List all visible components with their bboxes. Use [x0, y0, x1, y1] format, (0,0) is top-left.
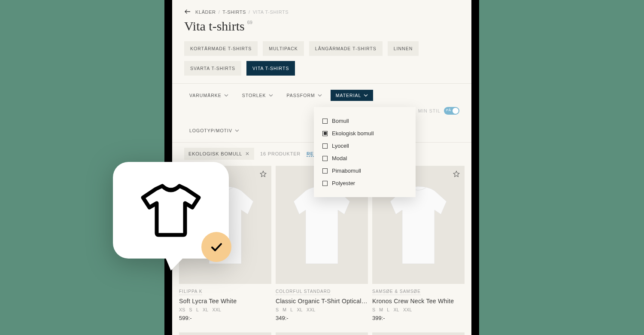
material-option-label: Modal: [332, 155, 347, 161]
product-name: Soft Lycra Tee White: [179, 298, 271, 305]
filter-storlek-label: STORLEK: [242, 93, 266, 98]
chip-svarta[interactable]: SVARTA T-SHIRTS: [184, 61, 241, 76]
material-option-ekologisk[interactable]: Ekologisk bomull: [322, 127, 407, 140]
chip-linnen[interactable]: LINNEN: [388, 41, 419, 56]
filter-varumarke-label: VARUMÄRKE: [189, 93, 222, 98]
material-option-label: Polyester: [332, 180, 355, 186]
material-option-label: Pimabomull: [332, 168, 361, 174]
chevron-down-icon: [235, 129, 239, 132]
size-option[interactable]: L: [196, 307, 199, 312]
toggle-on-text: PÅ: [446, 108, 451, 112]
material-option-label: Lyocell: [332, 143, 349, 149]
product-image: [372, 332, 465, 335]
my-style-label: MIN STIL: [418, 108, 440, 113]
checkbox-icon: [322, 119, 328, 124]
success-check-badge: [201, 232, 231, 262]
breadcrumb-sep: /: [249, 9, 250, 15]
applied-filter-tag[interactable]: EKOLOGISK BOMULL ✕: [184, 148, 254, 160]
chevron-down-icon: [224, 94, 228, 97]
filter-passform[interactable]: PASSFORM: [282, 90, 327, 101]
category-chips: KORTÄRMADE T-SHIRTS MULTIPACK LÅNGÄRMADE…: [184, 41, 459, 76]
size-option[interactable]: XXL: [307, 307, 316, 312]
product-card[interactable]: [372, 332, 465, 335]
favorite-star-icon[interactable]: [453, 170, 460, 180]
chip-multipack[interactable]: MULTIPACK: [263, 41, 304, 56]
product-sizes: SMLXLXXL: [276, 307, 368, 312]
close-icon[interactable]: ✕: [245, 151, 250, 157]
my-style-toggle[interactable]: PÅ: [444, 107, 459, 115]
applied-filter-label: EKOLOGISK BOMULL: [188, 151, 242, 156]
product-brand: FILIPPA K: [179, 289, 202, 295]
toggle-knob: [453, 108, 459, 114]
filter-passform-label: PASSFORM: [287, 93, 315, 98]
filter-material[interactable]: MATERIAL: [331, 90, 374, 101]
size-option[interactable]: S: [189, 307, 192, 312]
chevron-down-icon: [269, 94, 273, 97]
size-option[interactable]: XXL: [403, 307, 412, 312]
product-name: Kronos Crew Neck Tee White: [372, 298, 465, 305]
size-option[interactable]: XL: [203, 307, 208, 312]
material-option-polyester[interactable]: Polyester: [322, 177, 407, 189]
size-option[interactable]: S: [276, 307, 279, 312]
product-price: 399:-: [372, 315, 465, 321]
chevron-down-icon: [364, 94, 368, 97]
breadcrumb-l1[interactable]: KLÄDER: [195, 9, 216, 15]
back-arrow-icon[interactable]: [184, 9, 190, 15]
material-option-label: Bomull: [332, 118, 349, 124]
size-option[interactable]: M: [283, 307, 286, 312]
material-option-bomull[interactable]: Bomull: [322, 115, 407, 127]
page-count: 69: [247, 20, 252, 25]
material-option-label: Ekologisk bomull: [332, 130, 374, 137]
filters-row: VARUMÄRKE STORLEK PASSFORM MATERIAL: [184, 84, 459, 142]
checkbox-icon: [322, 143, 328, 149]
size-option[interactable]: XL: [394, 307, 399, 312]
product-image: [179, 332, 271, 335]
filter-storlek[interactable]: STORLEK: [237, 90, 278, 101]
breadcrumb: KLÄDER / T-SHIRTS / VITA T-SHIRTS: [184, 9, 459, 15]
product-sizes: XSSLXLXXL: [179, 307, 271, 312]
material-option-lyocell[interactable]: Lyocell: [322, 140, 407, 152]
chip-kortarmade[interactable]: KORTÄRMADE T-SHIRTS: [184, 41, 258, 56]
checkbox-icon: [322, 168, 328, 174]
size-option[interactable]: XXL: [213, 307, 222, 312]
checkbox-checked-icon: [322, 131, 328, 136]
product-price: 349:-: [276, 315, 368, 321]
check-icon: [209, 240, 224, 254]
product-brand: COLORFUL STANDARD: [276, 289, 331, 295]
product-name: Classic Organic T-Shirt Optical…: [276, 298, 368, 305]
tshirt-icon: [139, 183, 203, 238]
result-count: 16 PRODUKTER: [260, 151, 301, 156]
my-style-toggle-group: MIN STIL PÅ: [418, 107, 459, 115]
material-option-modal[interactable]: Modal: [322, 152, 407, 164]
product-sizes: SMLXLXXL: [372, 307, 465, 312]
product-card[interactable]: [179, 332, 271, 335]
size-option[interactable]: L: [290, 307, 293, 312]
size-option[interactable]: L: [387, 307, 389, 312]
product-card[interactable]: [276, 332, 368, 335]
product-image: [276, 332, 368, 335]
filter-material-label: MATERIAL: [336, 93, 361, 98]
breadcrumb-l3: VITA T-SHIRTS: [253, 9, 289, 15]
material-dropdown: Bomull Ekologisk bomull Lyocell Modal: [314, 107, 416, 197]
chevron-down-icon: [318, 94, 322, 97]
material-option-pimabomull[interactable]: Pimabomull: [322, 164, 407, 177]
breadcrumb-l2[interactable]: T-SHIRTS: [222, 9, 246, 15]
size-option[interactable]: XL: [297, 307, 303, 312]
favorite-star-icon[interactable]: [259, 170, 267, 180]
page-title: Vita t-shirts: [184, 19, 245, 34]
product-brand: SAMSØE & SAMSØE: [372, 289, 421, 295]
overlay-speech-bubble: [113, 162, 229, 259]
filter-varumarke[interactable]: VARUMÄRKE: [184, 90, 234, 101]
chip-langarmade[interactable]: LÅNGÄRMADE T-SHIRTS: [309, 41, 383, 56]
filter-logotyp-label: LOGOTYP/MOTIV: [189, 128, 232, 133]
size-option[interactable]: XS: [179, 307, 185, 312]
checkbox-icon: [322, 181, 328, 186]
checkbox-icon: [322, 156, 328, 161]
product-price: 599:-: [179, 315, 271, 321]
chip-vita[interactable]: VITA T-SHIRTS: [246, 61, 295, 76]
size-option[interactable]: S: [372, 307, 375, 312]
filter-logotyp[interactable]: LOGOTYP/MOTIV: [184, 125, 244, 136]
size-option[interactable]: M: [379, 307, 383, 312]
breadcrumb-sep: /: [219, 9, 220, 15]
